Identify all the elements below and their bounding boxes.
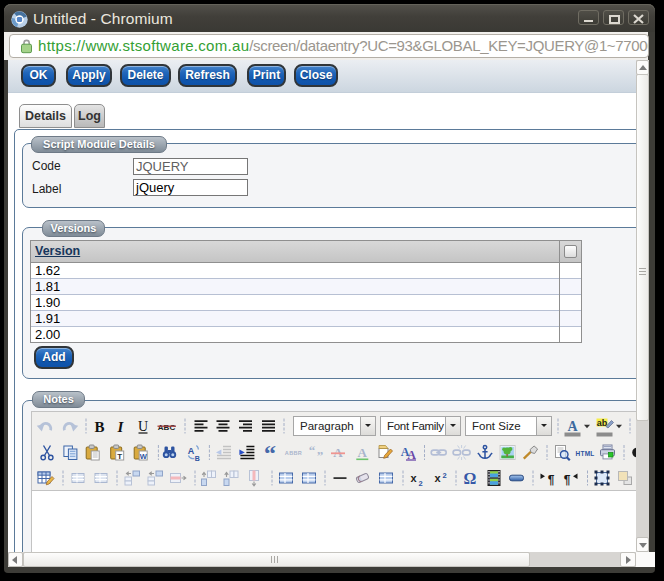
svg-text:A: A [567,419,578,434]
svg-text:U: U [138,419,148,434]
svg-text:I: I [117,419,125,435]
svg-text:ABC: ABC [158,423,176,432]
svg-text:B: B [94,419,104,435]
